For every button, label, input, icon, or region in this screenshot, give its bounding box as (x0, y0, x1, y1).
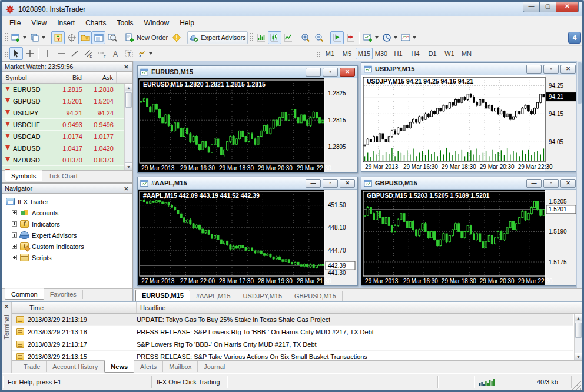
column-time[interactable]: Time (12, 302, 137, 313)
navigator-toggle[interactable] (78, 31, 92, 44)
strategy-tester-button[interactable] (105, 31, 119, 44)
chart-tab[interactable]: GBPUSD,M15 (288, 291, 343, 301)
chart-shift-button[interactable] (344, 31, 357, 44)
chart-restore-button[interactable]: ▫ (543, 65, 559, 74)
market-watch-row[interactable]: AUDUSD 1.0417 1.0420 (2, 142, 124, 154)
toolbar-gripper[interactable] (317, 48, 320, 59)
chart-close-button[interactable]: ✕ (560, 65, 576, 74)
menu-item[interactable]: Charts (80, 18, 111, 28)
zoom-out-button[interactable] (313, 31, 326, 44)
market-watch-close-icon[interactable]: ✕ (122, 64, 130, 70)
navigator-tab[interactable]: Common (5, 288, 44, 300)
timeframe-button[interactable]: H4 (407, 48, 424, 59)
horizontal-line-button[interactable] (54, 47, 68, 60)
gbpusd-chart-plot[interactable]: 1.52051.51901.51751.5201GBPUSD,M15 1.520… (361, 190, 578, 285)
navigator-item[interactable]: Accounts (6, 207, 132, 218)
market-watch-tab[interactable]: Tick Chart (42, 171, 84, 181)
menu-item[interactable]: File (4, 18, 26, 28)
trendline-button[interactable] (68, 47, 81, 60)
close-button[interactable]: ✕ (556, 2, 579, 12)
menu-item[interactable]: Tools (112, 18, 139, 28)
minimize-button[interactable]: — (523, 2, 540, 12)
market-watch-row[interactable]: USDCAD 1.0174 1.0177 (2, 131, 124, 142)
chart-tab[interactable]: #AAPL,M15 (190, 291, 237, 301)
market-watch-scrollbar[interactable]: ▲ ▼ (124, 84, 132, 170)
vertical-line-button[interactable] (41, 47, 54, 60)
status-mode-text[interactable]: IFX One Click Trading (152, 376, 227, 388)
workspace-scrollbar[interactable] (576, 61, 582, 288)
arrows-tool-button[interactable] (135, 47, 154, 60)
terminal-close-icon[interactable]: ✕ (4, 302, 9, 311)
timeframe-button[interactable]: M5 (339, 48, 356, 59)
cursor-tool-button[interactable] (9, 47, 23, 60)
column-ask[interactable]: Ask (85, 72, 117, 83)
navigator-item[interactable]: Expert Advisors (6, 230, 132, 241)
chart-restore-button[interactable]: ▫ (323, 179, 338, 188)
text-label-button[interactable]: T (122, 47, 135, 60)
market-watch-row[interactable]: NZDUSD 0.8370 0.8373 (2, 154, 124, 166)
title-bar[interactable]: 1020890: InstaTrader — ▢ ✕ (2, 2, 582, 16)
chart-window-usdjpy[interactable]: USDJPY,M15 — ▫ ✕ 94.2594.1594.0594.21USD… (361, 62, 579, 172)
column-symbol[interactable]: Symbol (2, 72, 54, 83)
candlestick-chart-button[interactable] (268, 31, 281, 44)
expand-plus-icon[interactable] (12, 255, 17, 260)
maximize-button[interactable]: ▢ (539, 2, 556, 12)
terminal-tab[interactable]: News (104, 360, 134, 373)
fibonacci-button[interactable]: F (95, 47, 108, 60)
navigator-close-icon[interactable]: ✕ (122, 185, 130, 192)
chart-close-button[interactable]: ✕ (340, 68, 355, 77)
timeframe-button[interactable]: W1 (441, 48, 458, 59)
line-chart-button[interactable] (281, 31, 295, 44)
news-row[interactable]: 2013/03/29 21:13:17 S&P Lowers Rtg To 'B… (12, 338, 573, 351)
menu-item[interactable]: Help (174, 18, 200, 28)
chart-window-titlebar[interactable]: #AAPL,M15 — ▫ ✕ (138, 177, 357, 190)
chart-window-titlebar[interactable]: EURUSD,M15 — ▫ ✕ (138, 66, 357, 78)
aapl-chart-plot[interactable]: 451.50448.10444.70441.30442.39#AAPL,M15 … (138, 190, 357, 285)
menu-item[interactable]: Insert (52, 18, 80, 28)
timeframe-button[interactable]: M30 (373, 48, 390, 59)
chart-restore-button[interactable]: ▫ (323, 68, 338, 77)
market-watch-tab[interactable]: Symbols (5, 170, 42, 181)
chart-close-button[interactable]: ✕ (340, 179, 355, 188)
templates-button[interactable] (399, 31, 418, 44)
scroll-down-arrow-icon[interactable]: ▼ (125, 162, 132, 170)
timeframe-button[interactable]: H1 (390, 48, 407, 59)
chart-window-aapl[interactable]: #AAPL,M15 — ▫ ✕ 451.50448.10444.70441.30… (137, 177, 358, 286)
chart-tab[interactable]: EURUSD,M15 (135, 290, 190, 301)
navigator-item[interactable]: Scripts (6, 252, 132, 263)
scroll-up-arrow-icon[interactable]: ▲ (575, 314, 582, 321)
column-bid[interactable]: Bid (54, 72, 85, 83)
news-row[interactable]: 2013/03/29 21:13:19 UPDATE: Tokyo Gas To… (12, 314, 573, 326)
crosshair-tool-button[interactable] (23, 47, 36, 60)
auto-scroll-button[interactable] (330, 31, 344, 44)
scroll-up-arrow-icon[interactable]: ▲ (125, 84, 132, 91)
chart-minimize-button[interactable]: — (306, 179, 321, 188)
news-scrollbar[interactable]: ▲ ▼ (574, 314, 582, 360)
equidistant-channel-button[interactable]: E (81, 47, 95, 60)
market-watch-row[interactable]: USDCHF 0.9493 0.9496 (2, 119, 124, 131)
indicators-button[interactable] (361, 31, 380, 44)
navigator-root[interactable]: IFX Trader (6, 196, 132, 207)
new-order-button[interactable]: New Order (123, 31, 170, 44)
zoom-in-button[interactable] (299, 31, 313, 44)
profiles-button[interactable] (28, 31, 47, 44)
chart-window-eurusd[interactable]: EURUSD,M15 — ▫ ✕ 1.28251.28151.2805EURUS… (137, 65, 358, 173)
navigator-item[interactable]: Indicators (6, 218, 132, 230)
timeframe-button[interactable]: D1 (424, 48, 441, 59)
navigator-tab[interactable]: Favorites (44, 290, 83, 299)
market-watch-row[interactable]: USDJPY 94.21 94.24 (2, 107, 124, 119)
chart-window-titlebar[interactable]: GBPUSD,M15 — ▫ ✕ (361, 177, 578, 190)
expert-advisors-button[interactable]: Expert Advisors (187, 31, 247, 44)
news-row[interactable]: 2013/03/29 21:13:15 PRESS RELEASE: S&P T… (12, 351, 573, 360)
new-chart-button[interactable] (9, 31, 28, 44)
market-watch-row[interactable]: EURJPY 120.75 120.78 (2, 166, 124, 170)
market-watch-toggle[interactable] (51, 31, 65, 44)
usdjpy-chart-plot[interactable]: 94.2594.1594.0594.21USDJPY,M15 94.21 94.… (361, 75, 578, 171)
toolbar-gripper[interactable] (5, 32, 8, 43)
expand-plus-icon[interactable] (12, 244, 17, 249)
terminal-tab[interactable]: Alerts (134, 361, 163, 372)
text-tool-button[interactable]: A (108, 47, 122, 60)
terminal-tab[interactable]: Trade (18, 361, 47, 372)
data-window-button[interactable] (65, 31, 78, 44)
scroll-down-arrow-icon[interactable]: ▼ (575, 353, 582, 360)
